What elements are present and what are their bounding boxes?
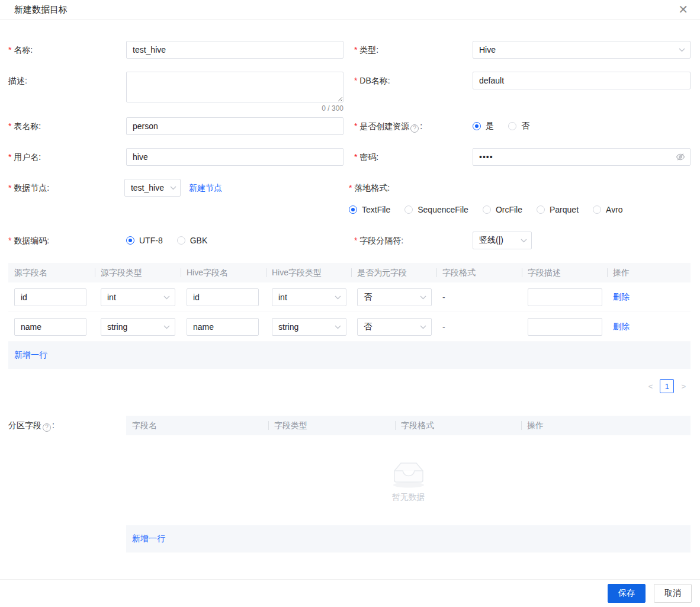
chevron-down-icon: [335, 296, 341, 300]
radio-orcfile[interactable]: OrcFile: [483, 205, 522, 214]
delimiter-select-value: 竖线(|): [479, 235, 503, 246]
form-row-name-type: 名称: 类型: Hive: [8, 41, 691, 59]
field-description-input[interactable]: [528, 288, 602, 306]
radio-parquet[interactable]: Parquet: [537, 205, 579, 214]
field-mapping-table: 源字段名 源字段类型 Hive字段名 Hive字段类型 是否为元字段 字段格式 …: [8, 263, 691, 369]
chevron-down-icon: [420, 296, 426, 300]
delimiter-select[interactable]: 竖线(|): [473, 232, 532, 249]
question-circle-icon[interactable]: ?: [43, 423, 51, 432]
dialog-footer: 保存 取消: [0, 579, 700, 607]
chevron-down-icon: [170, 186, 176, 190]
delete-row-link[interactable]: 删除: [613, 292, 630, 301]
name-input[interactable]: [126, 41, 343, 59]
col-field-format: 字段格式: [395, 416, 521, 435]
form-row-user-password: 用户名: 密码:: [8, 148, 691, 166]
db-name-input[interactable]: [473, 72, 691, 89]
encoding-radio-group: UTF-8 GBK: [126, 234, 343, 247]
chevron-down-icon: [521, 239, 527, 243]
radio-sequencefile[interactable]: SequenceFile: [404, 205, 468, 214]
form-row-node-format: 数据节点: test_hive 新建节点 落地格式: TextFile: [8, 179, 691, 216]
add-partition-row-link[interactable]: 新增一行: [132, 534, 165, 544]
radio-unselected-icon: [404, 205, 413, 214]
radio-unselected-icon: [177, 236, 185, 245]
radio-selected-icon: [349, 205, 357, 214]
radio-textfile[interactable]: TextFile: [349, 205, 390, 214]
radio-selected-icon: [126, 236, 134, 245]
password-input[interactable]: [473, 148, 691, 166]
next-page-icon[interactable]: >: [676, 382, 691, 391]
source-type-select[interactable]: int: [101, 288, 175, 306]
radio-unselected-icon: [537, 205, 545, 214]
type-label: 类型:: [354, 41, 473, 59]
type-select-value: Hive: [479, 45, 496, 54]
table-row: string string 否 -: [8, 312, 691, 342]
source-type-select[interactable]: string: [101, 318, 175, 336]
col-field-format: 字段格式: [436, 263, 522, 282]
partition-table-footer: 新增一行: [126, 525, 691, 553]
source-name-input[interactable]: [14, 318, 86, 336]
radio-unselected-icon: [483, 205, 491, 214]
hive-type-select[interactable]: string: [272, 318, 346, 336]
radio-gbk[interactable]: GBK: [177, 236, 208, 245]
chevron-down-icon: [679, 48, 685, 52]
chevron-down-icon: [163, 325, 170, 329]
page-number[interactable]: 1: [660, 379, 674, 393]
encoding-label: 数据编码:: [8, 232, 126, 249]
form-row-encoding-delimiter: 数据编码: UTF-8 GBK 字段分隔符: 竖线(|): [8, 232, 691, 249]
radio-yes[interactable]: 是: [473, 121, 494, 131]
col-field-type: 字段类型: [268, 416, 395, 435]
prev-page-icon[interactable]: <: [644, 382, 658, 391]
field-description-input[interactable]: [528, 318, 602, 336]
save-button[interactable]: 保存: [608, 584, 646, 603]
pagination: < 1 >: [8, 379, 691, 393]
radio-unselected-icon: [593, 205, 601, 214]
new-node-link[interactable]: 新建节点: [189, 179, 222, 197]
radio-no[interactable]: 否: [508, 121, 529, 131]
data-node-label: 数据节点:: [8, 179, 124, 197]
question-circle-icon[interactable]: ?: [410, 124, 419, 133]
radio-selected-icon: [473, 122, 481, 130]
hive-name-input[interactable]: [187, 318, 259, 336]
col-actions: 操作: [521, 416, 691, 435]
radio-utf8[interactable]: UTF-8: [126, 236, 163, 245]
is-meta-select[interactable]: 否: [357, 318, 432, 336]
partition-table-header: 字段名 字段类型 字段格式 操作: [126, 416, 691, 435]
col-hive-field-type: Hive字段类型: [266, 263, 351, 282]
empty-box-icon: [390, 458, 428, 489]
empty-text: 暂无数据: [392, 492, 425, 503]
source-name-input[interactable]: [14, 288, 86, 306]
char-counter: 0 / 300: [126, 103, 343, 114]
cancel-button[interactable]: 取消: [654, 584, 692, 603]
col-actions: 操作: [607, 263, 691, 282]
is-meta-select[interactable]: 否: [357, 288, 432, 306]
table-name-input[interactable]: [126, 117, 343, 135]
partition-table: 字段名 字段类型 字段格式 操作 暂无数据 新增一行: [126, 416, 691, 553]
type-select[interactable]: Hive: [473, 41, 691, 59]
db-name-label: DB名称:: [354, 72, 473, 89]
description-textarea[interactable]: [126, 72, 343, 102]
partition-label: 分区字段?:: [8, 416, 126, 553]
field-format-value: -: [436, 322, 522, 332]
close-icon[interactable]: ✕: [675, 2, 692, 17]
col-field-description: 字段描述: [522, 263, 607, 282]
table-row: int int 否 -: [8, 282, 691, 312]
chevron-down-icon: [335, 325, 341, 329]
username-input[interactable]: [126, 148, 343, 166]
hive-type-select[interactable]: int: [272, 288, 346, 306]
radio-avro[interactable]: Avro: [593, 205, 623, 214]
eye-slash-icon[interactable]: [676, 152, 685, 162]
field-format-value: -: [436, 293, 522, 302]
radio-unselected-icon: [508, 122, 516, 130]
add-row-link[interactable]: 新增一行: [14, 350, 47, 361]
hive-name-input[interactable]: [187, 288, 259, 306]
landing-format-label: 落地格式:: [349, 179, 467, 197]
form-row-desc-db: 描述: 0 / 300 DB名称:: [8, 72, 691, 114]
form-row-table-resource: 表名称: 是否创建资源?: 是 否: [8, 117, 691, 135]
password-label: 密码:: [354, 148, 473, 166]
page-title: 新建数据目标: [14, 4, 68, 15]
table-name-label: 表名称:: [8, 117, 126, 135]
delete-row-link[interactable]: 删除: [613, 322, 630, 331]
field-table-header: 源字段名 源字段类型 Hive字段名 Hive字段类型 是否为元字段 字段格式 …: [8, 263, 691, 282]
col-source-field-type: 源字段类型: [95, 263, 181, 282]
data-node-select[interactable]: test_hive: [124, 179, 181, 197]
